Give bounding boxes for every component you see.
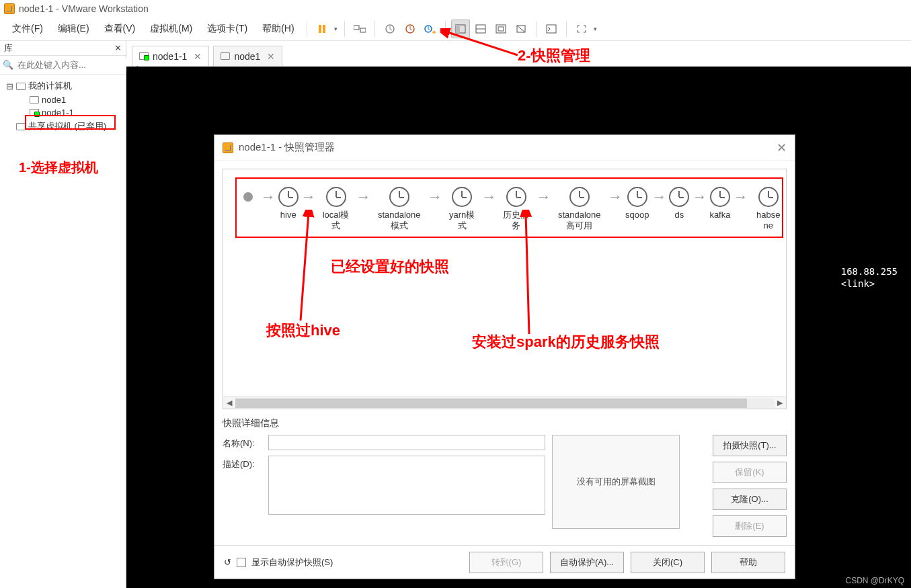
clock-icon xyxy=(278,187,299,207)
snapshot-node[interactable]: yarn模式 xyxy=(445,187,479,230)
arrow-icon: → xyxy=(651,187,666,207)
menu-view[interactable]: 查看(V) xyxy=(97,20,143,38)
arrow-icon: → xyxy=(481,187,496,207)
show-auto-checkbox[interactable] xyxy=(237,558,246,567)
dialog-close-icon[interactable]: ✕ xyxy=(777,140,787,155)
arrow-icon: → xyxy=(261,187,276,207)
clock-icon xyxy=(389,187,409,207)
clock-icon xyxy=(569,187,590,207)
svg-rect-12 xyxy=(498,27,504,31)
sidebar-title: 库 xyxy=(4,42,13,54)
tab-close-icon[interactable]: ✕ xyxy=(191,51,202,62)
show-auto-label: 显示自动保护快照(S) xyxy=(251,556,333,569)
delete-button[interactable]: 删除(E) xyxy=(713,515,787,537)
annotation-1: 1-选择虚拟机 xyxy=(19,159,98,177)
arrow-icon: → xyxy=(608,187,623,207)
menu-file[interactable]: 文件(F) xyxy=(5,20,50,38)
annotation-5: 安装过spark的历史服务快照 xyxy=(472,332,660,352)
console-button[interactable] xyxy=(542,19,561,38)
snapshot-node[interactable]: habse ne xyxy=(750,187,786,230)
sidebar-header: 库 ✕ xyxy=(0,41,126,56)
send-ctrl-alt-del-button[interactable] xyxy=(350,19,369,38)
vm-icon xyxy=(221,52,230,60)
snapshot-manager-button[interactable] xyxy=(421,19,440,38)
desc-label: 描述(D): xyxy=(223,456,264,470)
fullscreen-dropdown[interactable]: ▾ xyxy=(592,26,598,32)
snapshot-revert-button[interactable] xyxy=(401,19,420,38)
tree-node1-1[interactable]: node1-1 xyxy=(3,106,123,119)
snapshot-manager-dialog: node1-1 - 快照管理器 ✕ → hive → local模式 → sta… xyxy=(214,134,795,579)
title-bar: node1-1 - VMware Workstation xyxy=(0,0,911,17)
menu-tabs[interactable]: 选项卡(T) xyxy=(200,20,254,38)
svg-rect-15 xyxy=(547,25,556,33)
tab-node1-1[interactable]: node1-1 ✕ xyxy=(132,46,209,66)
snapshot-desc-input[interactable] xyxy=(268,456,545,515)
tree-node1[interactable]: node1 xyxy=(3,93,123,106)
snapshot-node[interactable]: standalone模式 xyxy=(374,187,426,230)
dialog-footer: ↺ 显示自动保护快照(S) 转到(G) 自动保护(A)... 关闭(C) 帮助 xyxy=(214,545,795,579)
snapshot-node[interactable]: ds xyxy=(669,187,689,220)
vm-tree: ⊟ 我的计算机 node1 node1-1 共享虚拟机 (已弃用) xyxy=(0,75,126,138)
name-label: 名称(N): xyxy=(223,435,264,450)
snapshot-name-input[interactable] xyxy=(268,435,545,450)
help-button[interactable]: 帮助 xyxy=(711,552,785,573)
tree-root[interactable]: ⊟ 我的计算机 xyxy=(3,79,123,93)
tab-label: node1 xyxy=(234,51,260,62)
snapshot-node[interactable]: 历史服务 xyxy=(499,187,533,230)
take-snapshot-button[interactable]: 拍摄快照(T)... xyxy=(713,435,787,456)
svg-rect-8 xyxy=(456,25,460,33)
svg-rect-11 xyxy=(496,25,506,33)
svg-rect-1 xyxy=(323,25,325,33)
menu-help[interactable]: 帮助(H) xyxy=(255,20,301,38)
view-single-button[interactable] xyxy=(451,19,470,38)
tab-node1[interactable]: node1 ✕ xyxy=(213,46,282,66)
watermark: CSDN @DrKYQ xyxy=(845,576,904,585)
snapshot-timeline-area[interactable]: → hive → local模式 → standalone模式 → yarn模式… xyxy=(223,169,787,409)
separator xyxy=(536,21,537,37)
scroll-left-icon[interactable]: ◀ xyxy=(223,398,235,407)
arrow-icon: → xyxy=(356,187,371,207)
search-icon: 🔍 xyxy=(3,60,13,70)
view-split-h-button[interactable] xyxy=(471,19,490,38)
snapshot-node[interactable]: standalone高可用 xyxy=(553,187,605,230)
snapshot-take-button[interactable] xyxy=(381,19,399,38)
snapshot-node[interactable]: hive xyxy=(278,187,299,220)
annotation-3: 已经设置好的快照 xyxy=(331,257,449,277)
menu-edit[interactable]: 编辑(E) xyxy=(51,20,96,38)
sidebar-close-icon[interactable]: ✕ xyxy=(114,43,122,53)
tree-label: 我的计算机 xyxy=(28,80,72,92)
tab-close-icon[interactable]: ✕ xyxy=(264,51,275,62)
view-fit-button[interactable] xyxy=(491,19,510,38)
clone-button[interactable]: 克隆(O)... xyxy=(713,489,787,510)
snapshot-details: 快照详细信息 名称(N): 描述(D): 没有可用的屏幕截图 拍摄快照(T)..… xyxy=(223,409,787,537)
menu-vm[interactable]: 虚拟机(M) xyxy=(143,20,199,38)
snapshot-node[interactable]: sqoop xyxy=(625,187,649,220)
separator xyxy=(445,21,446,37)
arrow-icon: → xyxy=(301,187,316,207)
dialog-title-bar: node1-1 - 快照管理器 ✕ xyxy=(214,135,795,161)
goto-button[interactable]: 转到(G) xyxy=(469,552,543,573)
svg-rect-2 xyxy=(354,26,359,30)
pause-dropdown[interactable]: ▾ xyxy=(333,26,339,32)
snapshot-node[interactable]: local模式 xyxy=(319,187,354,230)
fullscreen-button[interactable] xyxy=(572,19,591,38)
horizontal-scrollbar[interactable]: ◀ ▶ xyxy=(223,396,786,409)
view-stretch-button[interactable] xyxy=(512,19,530,38)
tree-shared[interactable]: 共享虚拟机 (已弃用) xyxy=(3,119,123,134)
pause-button[interactable] xyxy=(313,19,331,38)
history-icon[interactable]: ↺ xyxy=(224,557,231,567)
close-button[interactable]: 关闭(C) xyxy=(631,552,705,573)
vm-running-icon xyxy=(30,109,39,116)
svg-line-17 xyxy=(526,213,529,334)
search-input[interactable] xyxy=(16,58,132,71)
expand-icon[interactable]: ⊟ xyxy=(5,81,13,91)
snapshot-node[interactable]: kafka xyxy=(709,187,730,220)
library-sidebar: 库 ✕ 🔍 ▾ ⊟ 我的计算机 node1 node1-1 xyxy=(0,41,126,588)
sidebar-search: 🔍 ▾ xyxy=(0,56,126,75)
auto-protect-button[interactable]: 自动保护(A)... xyxy=(550,552,624,573)
clock-icon xyxy=(710,187,730,207)
scroll-right-icon[interactable]: ▶ xyxy=(774,398,786,407)
window-title: node1-1 - VMware Workstation xyxy=(19,3,149,14)
arrow-icon: → xyxy=(692,187,707,207)
keep-button[interactable]: 保留(K) xyxy=(713,462,787,483)
